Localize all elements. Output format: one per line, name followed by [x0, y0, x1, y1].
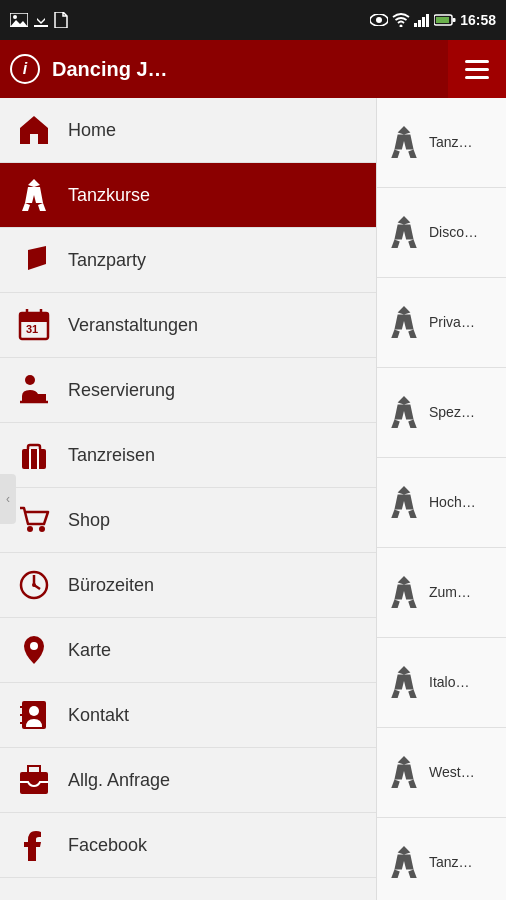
svg-point-1 — [13, 15, 17, 19]
contact-icon — [16, 697, 52, 733]
time-display: 16:58 — [460, 12, 496, 28]
nav-item-tanzreisen[interactable]: Tanzreisen — [0, 423, 376, 488]
sub-item-italo[interactable]: Italo… — [377, 638, 506, 728]
signal-icon — [414, 13, 430, 27]
app-title: Dancing J… — [52, 58, 168, 81]
svg-marker-2 — [10, 20, 28, 27]
svg-rect-16 — [20, 313, 48, 322]
music-icon — [16, 242, 52, 278]
sub-label-priv: Priva… — [429, 314, 475, 331]
sub-dance-icon-9 — [385, 844, 423, 882]
sub-label-hoch: Hoch… — [429, 494, 476, 511]
main-content: ‹ Home Tanzkurse — [0, 98, 506, 900]
nav-item-burozeiten[interactable]: Bürozeiten — [0, 553, 376, 618]
cart-icon — [16, 502, 52, 538]
file-icon — [54, 12, 68, 28]
sub-dance-icon-1 — [385, 124, 423, 162]
sub-dance-icon-6 — [385, 574, 423, 612]
inbox-icon — [16, 762, 52, 798]
nav-list: Home Tanzkurse Tanzparty — [0, 98, 376, 900]
svg-rect-11 — [426, 14, 429, 27]
svg-point-7 — [400, 25, 403, 28]
svg-point-6 — [376, 17, 382, 23]
nav-label-home: Home — [68, 120, 116, 141]
nav-label-shop: Shop — [68, 510, 110, 531]
nav-label-kontakt: Kontakt — [68, 705, 129, 726]
info-button[interactable]: i — [10, 54, 40, 84]
sub-dance-icon-4 — [385, 394, 423, 432]
nav-item-shop[interactable]: Shop — [0, 488, 376, 553]
nav-label-tanzkurse: Tanzkurse — [68, 185, 150, 206]
svg-rect-13 — [436, 17, 449, 23]
calendar-icon: 31 — [16, 307, 52, 343]
nav-item-tanzkurse[interactable]: Tanzkurse — [0, 163, 376, 228]
status-icons-right: 16:58 — [370, 12, 496, 28]
nav-label-tanzparty: Tanzparty — [68, 250, 146, 271]
title-bar: i Dancing J… — [0, 40, 506, 98]
nav-label-tanzreisen: Tanzreisen — [68, 445, 155, 466]
nav-item-anfrage[interactable]: Allg. Anfrage — [0, 748, 376, 813]
collapse-tab[interactable]: ‹ — [0, 474, 16, 524]
sub-item-hoch[interactable]: Hoch… — [377, 458, 506, 548]
svg-point-20 — [25, 375, 35, 385]
status-bar: 16:58 — [0, 0, 506, 40]
svg-rect-9 — [418, 20, 421, 27]
svg-point-27 — [39, 526, 45, 532]
sub-panel: Tanz… Disco… Priva… — [376, 98, 506, 900]
download-icon — [34, 12, 48, 28]
image-icon — [10, 13, 28, 27]
sub-dance-icon-7 — [385, 664, 423, 702]
person-desk-icon — [16, 372, 52, 408]
sub-item-disco[interactable]: Disco… — [377, 188, 506, 278]
sub-item-priv[interactable]: Priva… — [377, 278, 506, 368]
nav-item-facebook[interactable]: Facebook — [0, 813, 376, 878]
nav-item-tanzparty[interactable]: Tanzparty — [0, 228, 376, 293]
status-icons-left — [10, 12, 68, 28]
nav-label-veranstaltungen: Veranstaltungen — [68, 315, 198, 336]
sub-dance-icon-3 — [385, 304, 423, 342]
sub-dance-icon-5 — [385, 484, 423, 522]
nav-item-kontakt[interactable]: Kontakt — [0, 683, 376, 748]
eye-icon — [370, 14, 388, 26]
sub-item-zum[interactable]: Zum… — [377, 548, 506, 638]
facebook-icon — [16, 827, 52, 863]
nav-label-karte: Karte — [68, 640, 111, 661]
svg-point-32 — [30, 642, 38, 650]
sub-label-spez: Spez… — [429, 404, 475, 421]
sub-item-west[interactable]: West… — [377, 728, 506, 818]
home-icon — [16, 112, 52, 148]
svg-text:31: 31 — [26, 323, 38, 335]
pin-icon — [16, 632, 52, 668]
wifi-icon — [392, 13, 410, 27]
dance-icon — [16, 177, 52, 213]
nav-label-anfrage: Allg. Anfrage — [68, 770, 170, 791]
sub-item-tanz2[interactable]: Tanz… — [377, 818, 506, 900]
sub-label-disco: Disco… — [429, 224, 478, 241]
sub-dance-icon-8 — [385, 754, 423, 792]
sub-dance-icon-2 — [385, 214, 423, 252]
sub-item-tanz1[interactable]: Tanz… — [377, 98, 506, 188]
title-bar-left: i Dancing J… — [10, 54, 448, 84]
sub-item-spez[interactable]: Spez… — [377, 368, 506, 458]
menu-button[interactable] — [448, 40, 506, 98]
nav-item-home[interactable]: Home — [0, 98, 376, 163]
nav-item-karte[interactable]: Karte — [0, 618, 376, 683]
sub-label-zum: Zum… — [429, 584, 471, 601]
svg-rect-10 — [422, 17, 425, 27]
svg-rect-4 — [34, 25, 48, 27]
sub-label-tanz1: Tanz… — [429, 134, 473, 151]
nav-label-reservierung: Reservierung — [68, 380, 175, 401]
suitcase-icon — [16, 437, 52, 473]
sub-label-west: West… — [429, 764, 475, 781]
nav-item-veranstaltungen[interactable]: 31 Veranstaltungen — [0, 293, 376, 358]
sub-label-tanz2: Tanz… — [429, 854, 473, 871]
svg-marker-3 — [37, 12, 45, 24]
svg-rect-14 — [453, 18, 456, 22]
nav-label-burozeiten: Bürozeiten — [68, 575, 154, 596]
battery-icon — [434, 14, 456, 26]
svg-point-34 — [29, 706, 39, 716]
clock-icon — [16, 567, 52, 603]
nav-label-facebook: Facebook — [68, 835, 147, 856]
nav-item-reservierung[interactable]: Reservierung — [0, 358, 376, 423]
svg-rect-8 — [414, 23, 417, 27]
